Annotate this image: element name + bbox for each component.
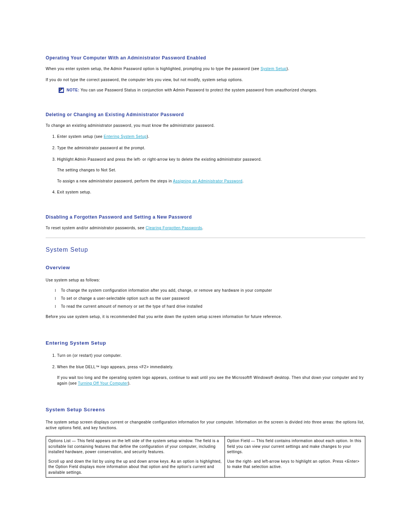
heading-admin-password-enabled: Operating Your Computer With an Administ… bbox=[46, 55, 365, 61]
list-item: To set or change a user-selectable optio… bbox=[55, 296, 365, 300]
heading-delete-change-admin-password: Deleting or Changing an Existing Adminis… bbox=[46, 112, 365, 117]
bullet-list-overview: To change the system configuration infor… bbox=[55, 288, 365, 308]
text: Options List — This field appears on the… bbox=[48, 439, 219, 454]
note-block: NOTE: You can use Password Status in con… bbox=[46, 88, 365, 93]
text: ). bbox=[128, 381, 131, 385]
link-assigning-admin-password[interactable]: Assigning an Administrator Password bbox=[173, 179, 243, 183]
text: You can use Password Status in conjuncti… bbox=[80, 88, 317, 92]
text: ). bbox=[147, 134, 149, 139]
list-item: Turn on (or restart) your computer. bbox=[57, 353, 365, 359]
ordered-list-delete-change: Enter system setup (see Entering System … bbox=[50, 134, 365, 195]
list-item: When the blue DELL™ logo appears, press … bbox=[57, 364, 365, 386]
table-cell-options-list: Options List — This field appears on the… bbox=[46, 436, 225, 478]
table-system-setup-screens: Options List — This field appears on the… bbox=[46, 436, 365, 478]
heading-system-setup-screens: System Setup Screens bbox=[46, 407, 365, 412]
horizontal-rule bbox=[46, 238, 365, 238]
list-item: Enter system setup (see Entering System … bbox=[57, 134, 365, 140]
body-text: To reset system and/or administrator pas… bbox=[46, 225, 365, 231]
body-text: The system setup screen displays current… bbox=[46, 419, 365, 431]
list-item: Highlight Admin Password and press the l… bbox=[57, 157, 365, 184]
note-icon bbox=[59, 88, 64, 93]
heading-disabling-forgotten-password: Disabling a Forgotten Password and Setti… bbox=[46, 214, 365, 220]
text: Scroll up and down the list by using the… bbox=[48, 459, 222, 474]
table-row: Options List — This field appears on the… bbox=[46, 436, 365, 478]
text: . bbox=[202, 226, 203, 230]
document-page: Operating Your Computer With an Administ… bbox=[0, 0, 411, 532]
text: Option Field — This field contains infor… bbox=[227, 439, 362, 454]
text: The setting changes to Not Set. bbox=[57, 167, 365, 173]
body-text: When you enter system setup, the Admin P… bbox=[46, 66, 365, 72]
list-item: To read the current amount of memory or … bbox=[55, 304, 365, 308]
heading-system-setup: System Setup bbox=[46, 246, 365, 253]
note-text: NOTE: You can use Password Status in con… bbox=[67, 88, 317, 92]
link-system-setup[interactable]: System Setup bbox=[261, 67, 287, 71]
ordered-list-entering: Turn on (or restart) your computer. When… bbox=[50, 353, 365, 386]
text: Use the right- and left-arrow keys to hi… bbox=[227, 459, 360, 469]
text: To assign a new administrator password, … bbox=[57, 179, 173, 183]
table-cell-option-field: Option Field — This field contains infor… bbox=[225, 436, 365, 478]
text: To assign a new administrator password, … bbox=[57, 178, 365, 184]
text: If you wait too long and the operating s… bbox=[57, 375, 365, 386]
list-item: To change the system configuration infor… bbox=[55, 288, 365, 292]
text: ). bbox=[287, 67, 289, 71]
text: Highlight Admin Password and press the l… bbox=[57, 157, 262, 161]
link-entering-system-setup[interactable]: Entering System Setup bbox=[104, 134, 147, 139]
body-text: Use system setup as follows: bbox=[46, 277, 365, 283]
text: When you enter system setup, the Admin P… bbox=[46, 67, 261, 71]
text: Enter system setup (see bbox=[57, 134, 104, 139]
heading-overview: Overview bbox=[46, 265, 365, 270]
body-text: To change an existing administrator pass… bbox=[46, 123, 365, 128]
heading-entering-system-setup: Entering System Setup bbox=[46, 340, 365, 346]
text: When the blue DELL™ logo appears, press … bbox=[57, 365, 174, 369]
list-item: Type the administrator password at the p… bbox=[57, 145, 365, 151]
note-label: NOTE: bbox=[67, 88, 80, 92]
list-item: Exit system setup. bbox=[57, 189, 365, 195]
body-text: Before you use system setup, it is recom… bbox=[46, 314, 365, 320]
link-turning-off-computer[interactable]: Turning Off Your Computer bbox=[78, 381, 128, 385]
body-text: If you do not type the correct password,… bbox=[46, 77, 365, 83]
link-clearing-forgotten-passwords[interactable]: Clearing Forgotten Passwords bbox=[146, 226, 202, 230]
text: . bbox=[242, 179, 244, 183]
text: To reset system and/or administrator pas… bbox=[46, 226, 146, 230]
